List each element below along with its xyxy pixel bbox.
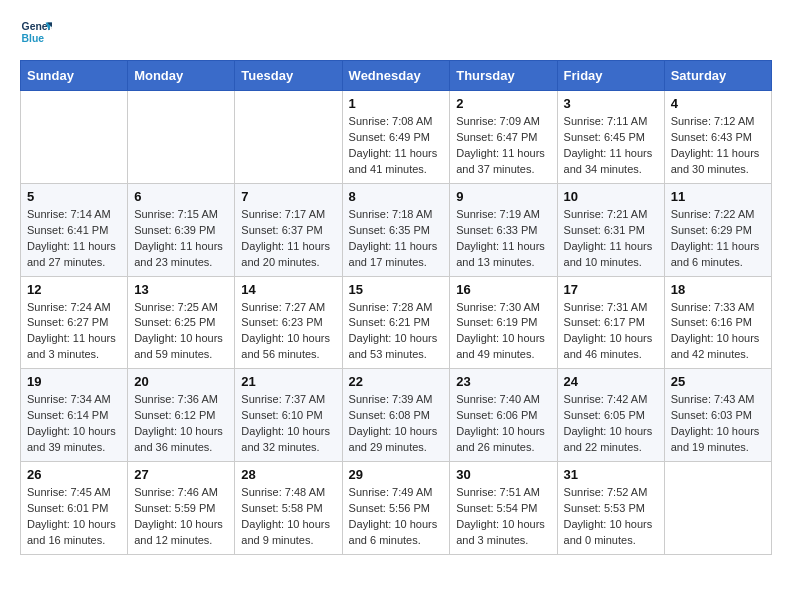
day-number: 16: [456, 282, 550, 297]
day-info: Sunrise: 7:27 AMSunset: 6:23 PMDaylight:…: [241, 300, 335, 364]
day-info: Sunrise: 7:34 AMSunset: 6:14 PMDaylight:…: [27, 392, 121, 456]
day-info: Sunrise: 7:14 AMSunset: 6:41 PMDaylight:…: [27, 207, 121, 271]
day-number: 31: [564, 467, 658, 482]
day-number: 22: [349, 374, 444, 389]
calendar-cell: 1Sunrise: 7:08 AMSunset: 6:49 PMDaylight…: [342, 91, 450, 184]
day-number: 8: [349, 189, 444, 204]
calendar-cell: 6Sunrise: 7:15 AMSunset: 6:39 PMDaylight…: [128, 183, 235, 276]
weekday-header-saturday: Saturday: [664, 61, 771, 91]
day-number: 21: [241, 374, 335, 389]
calendar-cell: 22Sunrise: 7:39 AMSunset: 6:08 PMDayligh…: [342, 369, 450, 462]
day-info: Sunrise: 7:51 AMSunset: 5:54 PMDaylight:…: [456, 485, 550, 549]
calendar-cell: [664, 462, 771, 555]
calendar-cell: [235, 91, 342, 184]
day-info: Sunrise: 7:43 AMSunset: 6:03 PMDaylight:…: [671, 392, 765, 456]
day-info: Sunrise: 7:49 AMSunset: 5:56 PMDaylight:…: [349, 485, 444, 549]
day-number: 17: [564, 282, 658, 297]
day-info: Sunrise: 7:46 AMSunset: 5:59 PMDaylight:…: [134, 485, 228, 549]
day-number: 25: [671, 374, 765, 389]
logo: General Blue: [20, 16, 52, 48]
calendar-week-3: 12Sunrise: 7:24 AMSunset: 6:27 PMDayligh…: [21, 276, 772, 369]
calendar-cell: 9Sunrise: 7:19 AMSunset: 6:33 PMDaylight…: [450, 183, 557, 276]
day-number: 9: [456, 189, 550, 204]
calendar-cell: [21, 91, 128, 184]
day-number: 29: [349, 467, 444, 482]
day-info: Sunrise: 7:09 AMSunset: 6:47 PMDaylight:…: [456, 114, 550, 178]
calendar-week-1: 1Sunrise: 7:08 AMSunset: 6:49 PMDaylight…: [21, 91, 772, 184]
day-info: Sunrise: 7:48 AMSunset: 5:58 PMDaylight:…: [241, 485, 335, 549]
day-info: Sunrise: 7:52 AMSunset: 5:53 PMDaylight:…: [564, 485, 658, 549]
day-number: 19: [27, 374, 121, 389]
day-info: Sunrise: 7:24 AMSunset: 6:27 PMDaylight:…: [27, 300, 121, 364]
calendar-cell: 28Sunrise: 7:48 AMSunset: 5:58 PMDayligh…: [235, 462, 342, 555]
day-number: 18: [671, 282, 765, 297]
day-number: 7: [241, 189, 335, 204]
day-info: Sunrise: 7:25 AMSunset: 6:25 PMDaylight:…: [134, 300, 228, 364]
calendar-cell: 30Sunrise: 7:51 AMSunset: 5:54 PMDayligh…: [450, 462, 557, 555]
calendar-cell: 16Sunrise: 7:30 AMSunset: 6:19 PMDayligh…: [450, 276, 557, 369]
day-info: Sunrise: 7:08 AMSunset: 6:49 PMDaylight:…: [349, 114, 444, 178]
calendar-cell: 24Sunrise: 7:42 AMSunset: 6:05 PMDayligh…: [557, 369, 664, 462]
day-info: Sunrise: 7:37 AMSunset: 6:10 PMDaylight:…: [241, 392, 335, 456]
weekday-header-monday: Monday: [128, 61, 235, 91]
weekday-header-wednesday: Wednesday: [342, 61, 450, 91]
day-number: 27: [134, 467, 228, 482]
calendar-cell: 2Sunrise: 7:09 AMSunset: 6:47 PMDaylight…: [450, 91, 557, 184]
calendar-cell: 20Sunrise: 7:36 AMSunset: 6:12 PMDayligh…: [128, 369, 235, 462]
day-info: Sunrise: 7:30 AMSunset: 6:19 PMDaylight:…: [456, 300, 550, 364]
day-number: 12: [27, 282, 121, 297]
calendar-cell: 18Sunrise: 7:33 AMSunset: 6:16 PMDayligh…: [664, 276, 771, 369]
calendar-cell: 31Sunrise: 7:52 AMSunset: 5:53 PMDayligh…: [557, 462, 664, 555]
calendar-cell: 26Sunrise: 7:45 AMSunset: 6:01 PMDayligh…: [21, 462, 128, 555]
calendar-cell: 12Sunrise: 7:24 AMSunset: 6:27 PMDayligh…: [21, 276, 128, 369]
day-info: Sunrise: 7:12 AMSunset: 6:43 PMDaylight:…: [671, 114, 765, 178]
calendar-cell: 4Sunrise: 7:12 AMSunset: 6:43 PMDaylight…: [664, 91, 771, 184]
svg-text:Blue: Blue: [22, 33, 45, 44]
calendar-cell: 17Sunrise: 7:31 AMSunset: 6:17 PMDayligh…: [557, 276, 664, 369]
day-number: 2: [456, 96, 550, 111]
calendar-cell: 23Sunrise: 7:40 AMSunset: 6:06 PMDayligh…: [450, 369, 557, 462]
day-info: Sunrise: 7:31 AMSunset: 6:17 PMDaylight:…: [564, 300, 658, 364]
weekday-header-sunday: Sunday: [21, 61, 128, 91]
calendar-cell: 14Sunrise: 7:27 AMSunset: 6:23 PMDayligh…: [235, 276, 342, 369]
calendar-table: SundayMondayTuesdayWednesdayThursdayFrid…: [20, 60, 772, 555]
calendar-cell: 25Sunrise: 7:43 AMSunset: 6:03 PMDayligh…: [664, 369, 771, 462]
weekday-header-tuesday: Tuesday: [235, 61, 342, 91]
day-number: 3: [564, 96, 658, 111]
day-info: Sunrise: 7:22 AMSunset: 6:29 PMDaylight:…: [671, 207, 765, 271]
calendar-cell: 15Sunrise: 7:28 AMSunset: 6:21 PMDayligh…: [342, 276, 450, 369]
day-info: Sunrise: 7:39 AMSunset: 6:08 PMDaylight:…: [349, 392, 444, 456]
page-header: General Blue: [20, 16, 772, 48]
day-info: Sunrise: 7:33 AMSunset: 6:16 PMDaylight:…: [671, 300, 765, 364]
day-number: 11: [671, 189, 765, 204]
day-number: 23: [456, 374, 550, 389]
calendar-header-row: SundayMondayTuesdayWednesdayThursdayFrid…: [21, 61, 772, 91]
day-info: Sunrise: 7:18 AMSunset: 6:35 PMDaylight:…: [349, 207, 444, 271]
weekday-header-thursday: Thursday: [450, 61, 557, 91]
calendar-cell: 8Sunrise: 7:18 AMSunset: 6:35 PMDaylight…: [342, 183, 450, 276]
day-number: 10: [564, 189, 658, 204]
calendar-cell: 10Sunrise: 7:21 AMSunset: 6:31 PMDayligh…: [557, 183, 664, 276]
calendar-cell: 7Sunrise: 7:17 AMSunset: 6:37 PMDaylight…: [235, 183, 342, 276]
calendar-cell: 13Sunrise: 7:25 AMSunset: 6:25 PMDayligh…: [128, 276, 235, 369]
calendar-week-2: 5Sunrise: 7:14 AMSunset: 6:41 PMDaylight…: [21, 183, 772, 276]
calendar-cell: 19Sunrise: 7:34 AMSunset: 6:14 PMDayligh…: [21, 369, 128, 462]
day-number: 13: [134, 282, 228, 297]
calendar-cell: [128, 91, 235, 184]
day-info: Sunrise: 7:19 AMSunset: 6:33 PMDaylight:…: [456, 207, 550, 271]
day-number: 24: [564, 374, 658, 389]
calendar-cell: 29Sunrise: 7:49 AMSunset: 5:56 PMDayligh…: [342, 462, 450, 555]
day-number: 28: [241, 467, 335, 482]
day-info: Sunrise: 7:45 AMSunset: 6:01 PMDaylight:…: [27, 485, 121, 549]
calendar-cell: 27Sunrise: 7:46 AMSunset: 5:59 PMDayligh…: [128, 462, 235, 555]
day-number: 26: [27, 467, 121, 482]
logo-icon: General Blue: [20, 16, 52, 48]
calendar-cell: 3Sunrise: 7:11 AMSunset: 6:45 PMDaylight…: [557, 91, 664, 184]
calendar-week-5: 26Sunrise: 7:45 AMSunset: 6:01 PMDayligh…: [21, 462, 772, 555]
calendar-cell: 11Sunrise: 7:22 AMSunset: 6:29 PMDayligh…: [664, 183, 771, 276]
day-info: Sunrise: 7:28 AMSunset: 6:21 PMDaylight:…: [349, 300, 444, 364]
day-number: 30: [456, 467, 550, 482]
calendar-week-4: 19Sunrise: 7:34 AMSunset: 6:14 PMDayligh…: [21, 369, 772, 462]
day-number: 14: [241, 282, 335, 297]
day-info: Sunrise: 7:36 AMSunset: 6:12 PMDaylight:…: [134, 392, 228, 456]
